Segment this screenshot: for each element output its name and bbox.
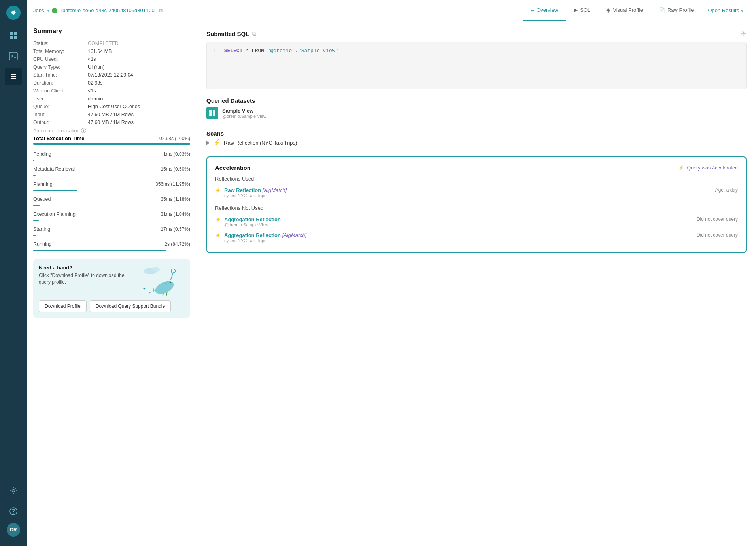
summary-field-value: 47.60 MB / 1M Rows: [88, 120, 134, 125]
submitted-sql-header: Submitted SQL ⧉ ☀: [206, 29, 747, 38]
timing-label: Starting: [33, 226, 50, 232]
summary-table: Status:COMPLETEDTotal Memory:161.64 MBCP…: [33, 40, 190, 136]
reflection-bolt-icon: ⚡: [215, 188, 221, 193]
summary-row: Duration:02.98s: [33, 79, 190, 87]
display-settings-icon[interactable]: ☀: [740, 29, 747, 38]
sidebar-item-sql[interactable]: [5, 47, 22, 65]
sql-tab-icon: ▶: [574, 7, 578, 13]
reflection-not-used-name[interactable]: Aggregation Reflection: [224, 217, 281, 222]
summary-field-value: COMPLETED: [88, 41, 119, 46]
svg-rect-5: [14, 36, 17, 39]
svg-text:✦: ✦: [143, 287, 146, 291]
timing-value: 31ms (1.04%): [161, 211, 190, 217]
sidebar-item-jobs[interactable]: [5, 68, 22, 85]
sidebar-settings-icon[interactable]: [5, 482, 22, 499]
summary-field-label: Start Time:: [33, 72, 85, 78]
help-description: Click "Download Profile" to download the…: [39, 272, 132, 286]
queried-datasets-section: Queried Datasets Sample View @dremio.Sam…: [206, 97, 747, 122]
sql-copy-icon[interactable]: ⧉: [252, 30, 256, 37]
topbar-tabs: ≡ Overview ▶ SQL ◉ Visual Profile 📄 Raw …: [523, 0, 750, 21]
reflection-not-used-name[interactable]: Aggregation Reflection [AlgMatch]: [224, 232, 306, 238]
visual-profile-tab-icon: ◉: [606, 7, 610, 13]
user-avatar[interactable]: DR: [7, 523, 20, 537]
exec-total-bar: [33, 143, 190, 145]
summary-row: Total Memory:161.64 MB: [33, 47, 190, 55]
reflection-not-used-reason: Did not cover query: [697, 217, 738, 222]
scan-item[interactable]: ▶ ⚡ Raw Reflection (NYC Taxi Trips): [206, 137, 747, 149]
summary-field-value: High Cost User Queries: [88, 104, 140, 109]
open-results-link[interactable]: Open Results »: [701, 8, 750, 13]
timing-label: Queued: [33, 196, 51, 202]
svg-rect-24: [209, 113, 212, 116]
timing-value: 356ms (11.95%): [155, 181, 190, 187]
tab-raw-profile[interactable]: 📄 Raw Profile: [651, 1, 701, 21]
help-buttons: Download Profile Download Query Support …: [39, 300, 185, 312]
summary-field-label: Total Memory:: [33, 49, 85, 54]
reflection-not-used-reason: Did not cover query: [697, 232, 738, 238]
help-panel: Need a hand? Click "Download Profile" to…: [33, 259, 190, 318]
svg-point-20: [153, 279, 176, 296]
tab-overview[interactable]: ≡ Overview: [523, 0, 566, 21]
reflection-disabled-bolt-icon: ⚡: [215, 217, 221, 222]
app-logo[interactable]: [6, 5, 21, 21]
timing-row: Metadata Retrieval15ms (0.50%): [33, 164, 190, 179]
left-panel: Summary Status:COMPLETEDTotal Memory:161…: [27, 21, 197, 546]
svg-text:✦: ✦: [149, 291, 151, 294]
summary-row: Query Type:UI (run): [33, 63, 190, 71]
summary-row: Output:47.60 MB / 1M Rows: [33, 119, 190, 126]
sidebar-item-grid[interactable]: [5, 27, 22, 44]
acceleration-title: Acceleration: [215, 164, 251, 171]
exec-time-label: Total Execution Time: [33, 136, 85, 141]
summary-field-value: Automatic Truncation ⓘ: [33, 128, 86, 134]
svg-point-16: [144, 269, 151, 274]
copy-job-id-icon[interactable]: ⧉: [159, 7, 163, 14]
narwhal-illustration: ✦ ✦: [137, 265, 185, 296]
body-layout: Summary Status:COMPLETEDTotal Memory:161…: [27, 21, 756, 546]
tab-visual-profile[interactable]: ◉ Visual Profile: [598, 1, 651, 21]
timing-row: Starting17ms (0.57%): [33, 224, 190, 239]
summary-field-value: dremio: [88, 96, 103, 102]
timing-value: 1ms (0.03%): [163, 151, 190, 157]
timing-value: 15ms (0.50%): [161, 166, 190, 172]
summary-row: Wait on Client:<1s: [33, 87, 190, 95]
summary-field-value: UI (run): [88, 64, 104, 70]
overview-tab-icon: ≡: [531, 7, 534, 13]
sidebar-help-icon[interactable]: [5, 503, 22, 520]
timing-label: Planning: [33, 181, 53, 187]
summary-row: Status:COMPLETED: [33, 40, 190, 47]
timing-value: 17ms (0.57%): [161, 226, 190, 232]
reflection-not-used-row: ⚡Aggregation Reflection@dremio.Sample Vi…: [215, 214, 738, 230]
summary-row: Input:47.60 MB / 1M Rows: [33, 111, 190, 119]
reflection-name[interactable]: Raw Reflection [AlgMatch]: [224, 187, 287, 193]
summary-title: Summary: [33, 28, 190, 35]
reflection-not-used-path: @dremio.Sample View: [224, 222, 281, 227]
timing-row: Pending1ms (0.03%): [33, 149, 190, 164]
timing-label: Pending: [33, 151, 51, 157]
breadcrumb: Jobs » 1b4fcb9e-ee6e-d48c-2d05-f8109d801…: [33, 7, 163, 14]
timings-list: Pending1ms (0.03%)Metadata Retrieval15ms…: [33, 149, 190, 254]
scans-section: Scans ▶ ⚡ Raw Reflection (NYC Taxi Trips…: [206, 130, 747, 149]
summary-field-value: 161.64 MB: [88, 49, 112, 54]
scans-title: Scans: [206, 130, 747, 137]
accel-badge-text: Query was Accelerated: [687, 165, 738, 171]
queried-datasets-title: Queried Datasets: [206, 97, 747, 104]
summary-section: Summary Status:COMPLETEDTotal Memory:161…: [33, 28, 190, 136]
jobs-link[interactable]: Jobs: [33, 8, 44, 13]
status-indicator: [52, 8, 57, 13]
timing-bar: [33, 235, 36, 236]
summary-field-label: Wait on Client:: [33, 88, 85, 94]
tab-sql[interactable]: ▶ SQL: [566, 1, 598, 21]
timing-row: Running2s (84.72%): [33, 239, 190, 254]
summary-field-label: Duration:: [33, 80, 85, 86]
svg-point-21: [170, 282, 172, 283]
download-profile-button[interactable]: Download Profile: [39, 300, 87, 312]
summary-field-value: 47.60 MB / 1M Rows: [88, 112, 134, 117]
timing-row: Planning356ms (11.95%): [33, 179, 190, 194]
summary-field-label: User:: [33, 96, 85, 102]
timing-value: 35ms (1.18%): [161, 196, 190, 202]
timing-bar: [33, 220, 39, 221]
sql-tab-label: SQL: [580, 7, 590, 13]
download-bundle-button[interactable]: Download Query Support Bundle: [90, 300, 171, 312]
timing-bar: [33, 190, 77, 191]
reflections-not-used-section: Reflections Not Used ⚡Aggregation Reflec…: [215, 205, 738, 245]
